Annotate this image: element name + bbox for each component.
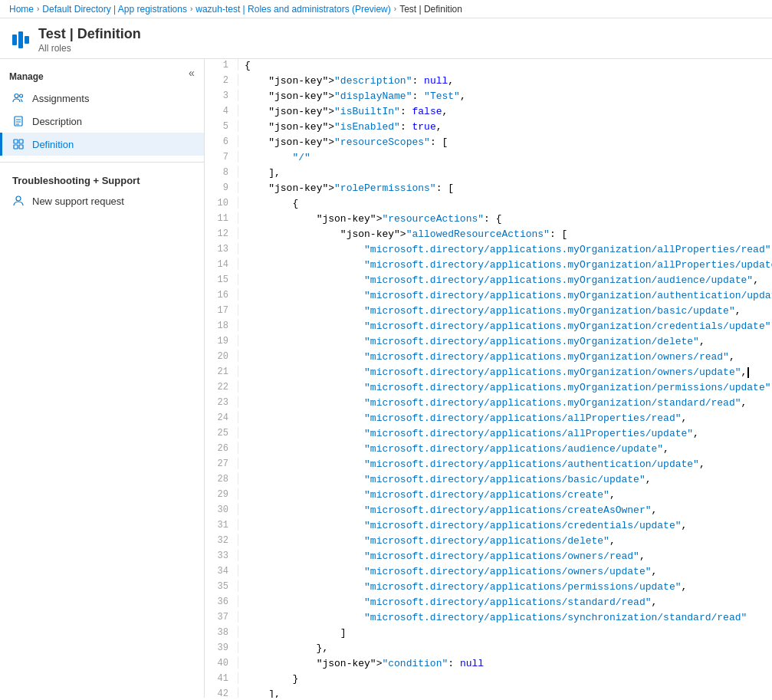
code-line: 15 "microsoft.directory/applications.myO…	[205, 274, 772, 289]
code-line: 19 "microsoft.directory/applications.myO…	[205, 335, 772, 350]
breadcrumb: Home › Default Directory | App registrat…	[0, 0, 772, 18]
code-line: 23 "microsoft.directory/applications.myO…	[205, 396, 772, 412]
code-line: 4 "json-key">"isBuiltIn": false,	[205, 105, 772, 120]
sidebar-item-description[interactable]: Description	[0, 110, 204, 133]
svg-rect-9	[19, 145, 23, 149]
code-viewer: 1{2 "json-key">"description": null,3 "js…	[205, 59, 772, 698]
code-line: 16 "microsoft.directory/applications.myO…	[205, 289, 772, 304]
code-line: 3 "json-key">"displayName": "Test",	[205, 90, 772, 105]
code-line: 32 "microsoft.directory/applications/del…	[205, 534, 772, 550]
assignments-label: Assignments	[32, 93, 89, 104]
code-line: 11 "json-key">"resourceActions": {	[205, 212, 772, 228]
code-line: 14 "microsoft.directory/applications.myO…	[205, 258, 772, 274]
code-line: 29 "microsoft.directory/applications/cre…	[205, 488, 772, 504]
code-line: 30 "microsoft.directory/applications/cre…	[205, 504, 772, 519]
svg-rect-7	[19, 140, 23, 143]
breadcrumb-home[interactable]: Home	[9, 4, 34, 15]
person-icon	[12, 195, 25, 207]
sidebar-divider	[0, 162, 204, 163]
breadcrumb-current: Test | Definition	[399, 4, 462, 15]
code-line: 10 {	[205, 197, 772, 212]
code-line: 5 "json-key">"isEnabled": true,	[205, 120, 772, 136]
code-line: 33 "microsoft.directory/applications/own…	[205, 550, 772, 565]
code-line: 28 "microsoft.directory/applications/bas…	[205, 473, 772, 488]
code-line: 35 "microsoft.directory/applications/per…	[205, 580, 772, 596]
code-line: 37 "microsoft.directory/applications/syn…	[205, 611, 772, 626]
new-support-label: New support request	[32, 196, 124, 207]
code-line: 13 "microsoft.directory/applications.myO…	[205, 243, 772, 258]
page-subtitle: All roles	[38, 43, 141, 54]
code-line: 42 ],	[205, 688, 772, 698]
code-line: 27 "microsoft.directory/applications/aut…	[205, 458, 772, 473]
header-icon	[12, 31, 29, 48]
svg-point-0	[15, 94, 18, 98]
code-line: 22 "microsoft.directory/applications.myO…	[205, 381, 772, 396]
code-line: 18 "microsoft.directory/applications.myO…	[205, 320, 772, 335]
code-line: 36 "microsoft.directory/applications/sta…	[205, 596, 772, 611]
code-line: 41 }	[205, 672, 772, 688]
code-line: 39 },	[205, 642, 772, 657]
content-pane[interactable]: 1{2 "json-key">"description": null,3 "js…	[205, 59, 772, 698]
svg-point-1	[20, 94, 23, 97]
code-line: 38 ]	[205, 626, 772, 642]
code-line: 20 "microsoft.directory/applications.myO…	[205, 350, 772, 366]
sidebar-item-new-support[interactable]: New support request	[0, 189, 204, 212]
page-header: Test | Definition All roles	[0, 18, 772, 59]
svg-point-10	[16, 196, 21, 201]
code-line: 21 "microsoft.directory/applications.myO…	[205, 366, 772, 381]
doc-icon	[12, 115, 25, 127]
description-label: Description	[32, 116, 82, 127]
manage-label: Manage	[0, 59, 204, 87]
people-icon	[12, 92, 25, 104]
breadcrumb-app-reg[interactable]: Default Directory | App registrations	[42, 4, 187, 15]
troubleshoot-label: Troubleshooting + Support	[0, 169, 204, 189]
code-line: 1{	[205, 59, 772, 74]
code-line: 40 "json-key">"condition": null	[205, 657, 772, 672]
code-line: 25 "microsoft.directory/applications/all…	[205, 427, 772, 442]
sidebar: « Manage Assignments	[0, 59, 205, 698]
code-line: 9 "json-key">"rolePermissions": [	[205, 182, 772, 197]
main-layout: « Manage Assignments	[0, 59, 772, 698]
sidebar-collapse-button[interactable]: «	[182, 64, 201, 82]
code-line: 7 "/"	[205, 151, 772, 166]
code-line: 24 "microsoft.directory/applications/all…	[205, 412, 772, 427]
code-line: 31 "microsoft.directory/applications/cre…	[205, 519, 772, 534]
code-line: 17 "microsoft.directory/applications.myO…	[205, 304, 772, 320]
svg-rect-8	[14, 145, 18, 149]
code-line: 6 "json-key">"resourceScopes": [	[205, 136, 772, 151]
grid-icon	[12, 138, 25, 150]
definition-label: Definition	[32, 139, 74, 150]
code-line: 2 "json-key">"description": null,	[205, 74, 772, 90]
code-line: 12 "json-key">"allowedResourceActions": …	[205, 228, 772, 243]
breadcrumb-roles[interactable]: wazuh-test | Roles and administrators (P…	[195, 4, 391, 15]
sidebar-item-assignments[interactable]: Assignments	[0, 87, 204, 110]
code-line: 26 "microsoft.directory/applications/aud…	[205, 442, 772, 458]
svg-rect-6	[14, 140, 18, 143]
code-line: 34 "microsoft.directory/applications/own…	[205, 565, 772, 580]
sidebar-item-definition[interactable]: Definition	[0, 133, 204, 156]
code-line: 8 ],	[205, 166, 772, 182]
page-title: Test | Definition	[38, 26, 141, 42]
